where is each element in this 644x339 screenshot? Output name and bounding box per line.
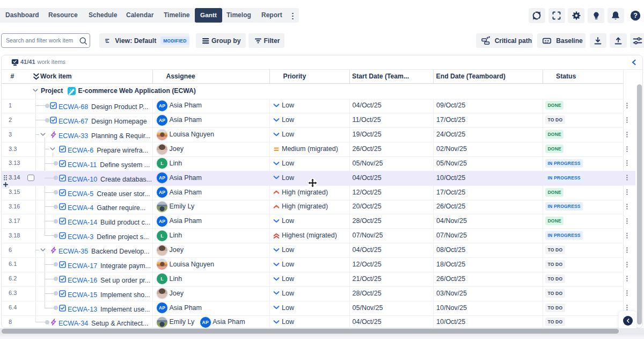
- svg-text:?: ?: [633, 12, 638, 19]
